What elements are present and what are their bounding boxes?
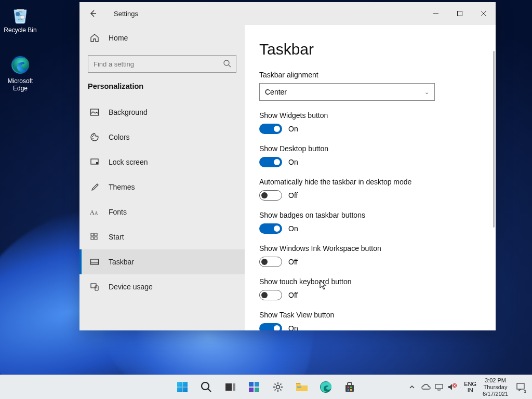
toggle-widgets[interactable] xyxy=(259,124,282,134)
toggle-label: Show Desktop button xyxy=(259,144,481,153)
svg-point-0 xyxy=(16,12,20,16)
desktop-icon-edge[interactable]: Microsoft Edge xyxy=(2,55,39,92)
toggle-state: On xyxy=(288,158,298,166)
svg-rect-31 xyxy=(255,388,259,392)
nav-label: Fonts xyxy=(109,208,127,216)
svg-rect-26 xyxy=(225,383,232,391)
chevron-down-icon: ⌄ xyxy=(424,89,429,96)
svg-text:A: A xyxy=(90,209,95,216)
edge-button[interactable] xyxy=(315,377,337,397)
toggle-state: Off xyxy=(288,258,298,266)
svg-rect-5 xyxy=(91,109,99,115)
window-title: Settings xyxy=(114,10,138,18)
notifications-button[interactable]: 3 xyxy=(511,377,530,397)
toggle-touch-kb[interactable] xyxy=(259,290,282,300)
nav-colors[interactable]: Colors xyxy=(79,125,245,150)
svg-point-7 xyxy=(93,135,94,136)
lang-bot: IN xyxy=(468,387,473,393)
toggle-label: Automatically hide the taskbar in deskto… xyxy=(259,178,481,186)
toggle-state: On xyxy=(288,125,298,133)
settings-button[interactable] xyxy=(267,377,289,397)
svg-rect-38 xyxy=(348,389,349,391)
clock-time: 3:02 PM xyxy=(485,377,506,384)
nav-lock-screen[interactable]: Lock screen xyxy=(79,150,245,175)
sidebar-section-header: Personalization xyxy=(79,79,245,100)
settings-content: Taskbar Taskbar alignment Center ⌄ Show … xyxy=(245,25,496,330)
recycle-bin-icon xyxy=(10,4,31,24)
toggle-taskview[interactable] xyxy=(259,323,282,330)
alignment-label: Taskbar alignment xyxy=(259,71,481,79)
toggle-desktop[interactable] xyxy=(259,157,282,167)
svg-rect-27 xyxy=(233,383,235,391)
hardware-icon[interactable] xyxy=(435,383,443,391)
system-tray: ENG IN 3:02 PM Thursday 6/17/2021 3 xyxy=(407,375,530,399)
toggle-label: Show Windows Ink Workspace button xyxy=(259,244,481,252)
search-input[interactable] xyxy=(88,55,236,73)
svg-rect-39 xyxy=(350,389,352,391)
clock[interactable]: 3:02 PM Thursday 6/17/2021 xyxy=(480,377,511,397)
svg-rect-29 xyxy=(255,382,259,387)
task-view-button[interactable] xyxy=(219,377,241,397)
taskbar-center xyxy=(171,377,361,397)
nav-home[interactable]: Home xyxy=(79,27,245,49)
svg-rect-37 xyxy=(350,387,352,388)
nav-start[interactable]: Start xyxy=(79,224,245,249)
nav-device-usage[interactable]: Device usage xyxy=(79,274,245,299)
svg-rect-1 xyxy=(20,16,24,19)
search-wrap xyxy=(88,55,236,73)
back-button[interactable] xyxy=(87,7,99,20)
svg-rect-10 xyxy=(96,162,98,164)
toggle-label: Show Task View button xyxy=(259,311,481,319)
toggle-state: On xyxy=(288,224,298,233)
svg-rect-36 xyxy=(348,387,349,388)
toggle-label: Show touch keyboard button xyxy=(259,277,481,286)
file-explorer-button[interactable] xyxy=(291,377,313,397)
svg-point-32 xyxy=(276,385,280,389)
close-button[interactable] xyxy=(472,2,496,25)
svg-point-4 xyxy=(224,60,229,65)
minimize-button[interactable] xyxy=(424,2,448,25)
background-icon xyxy=(90,108,99,117)
toggle-ink[interactable] xyxy=(259,257,282,267)
desktop-icon-recycle-bin[interactable]: Recycle Bin xyxy=(2,4,39,34)
edge-icon xyxy=(10,55,31,75)
titlebar: Settings xyxy=(79,2,496,25)
search-button[interactable] xyxy=(195,377,217,397)
language-indicator[interactable]: ENG IN xyxy=(461,381,480,393)
scrollbar[interactable] xyxy=(493,51,495,228)
svg-rect-33 xyxy=(297,387,301,388)
nav-label: Themes xyxy=(109,183,135,191)
store-button[interactable] xyxy=(339,377,361,397)
start-button[interactable] xyxy=(171,377,193,397)
themes-icon xyxy=(90,182,99,192)
svg-rect-30 xyxy=(249,388,254,392)
nav-themes[interactable]: Themes xyxy=(79,175,245,200)
nav-home-label: Home xyxy=(109,34,128,42)
home-icon xyxy=(90,33,99,43)
svg-point-6 xyxy=(92,136,93,137)
toggle-label: Show badges on taskbar buttons xyxy=(259,211,481,219)
widgets-button[interactable] xyxy=(243,377,265,397)
nav-label: Taskbar xyxy=(109,258,134,266)
maximize-button[interactable] xyxy=(448,2,472,25)
volume-icon[interactable] xyxy=(447,383,457,391)
notification-badge: 3 xyxy=(522,389,528,394)
toggle-badges[interactable] xyxy=(259,223,282,234)
svg-rect-14 xyxy=(95,233,97,236)
nav-label: Device usage xyxy=(109,283,153,291)
svg-rect-35 xyxy=(345,385,354,392)
tray-overflow[interactable] xyxy=(407,384,417,390)
lock-screen-icon xyxy=(90,157,99,167)
alignment-dropdown[interactable]: Center ⌄ xyxy=(259,83,435,101)
lang-top: ENG xyxy=(464,381,476,387)
taskbar: ENG IN 3:02 PM Thursday 6/17/2021 3 xyxy=(0,375,532,399)
svg-rect-16 xyxy=(95,237,97,240)
desktop-icon-label: Recycle Bin xyxy=(2,26,39,34)
nav-taskbar[interactable]: Taskbar xyxy=(79,249,245,274)
nav-label: Background xyxy=(109,108,148,116)
nav-fonts[interactable]: AA Fonts xyxy=(79,200,245,224)
nav-background[interactable]: Background xyxy=(79,100,245,125)
settings-sidebar: Home Personalization Background Colors xyxy=(79,25,245,330)
toggle-autohide[interactable] xyxy=(259,190,282,201)
onedrive-icon[interactable] xyxy=(421,383,431,391)
